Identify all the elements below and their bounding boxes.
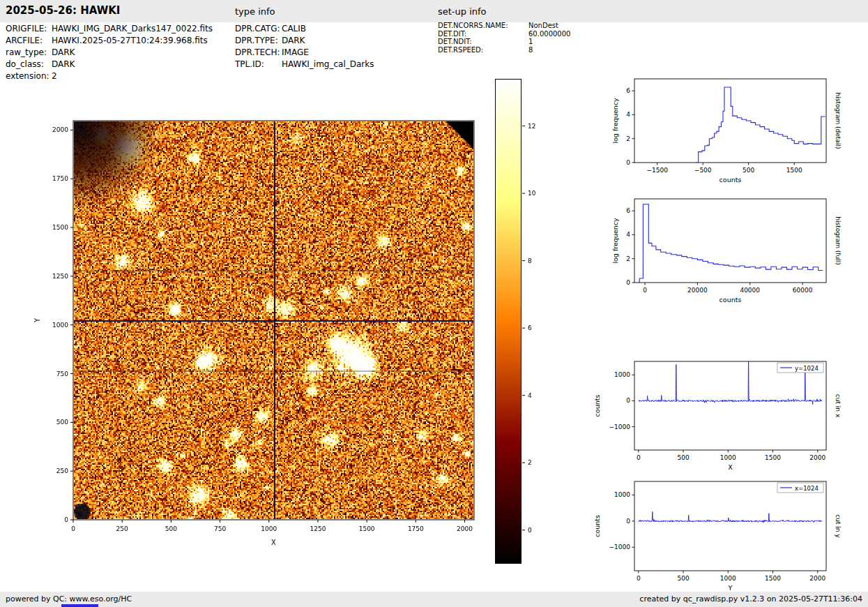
svg-text:0: 0 xyxy=(528,527,532,534)
meta-row: DPR.TYPE:DARK xyxy=(235,35,374,47)
svg-text:0: 0 xyxy=(71,525,75,532)
meta-row: DET.NCORRS.NAME:NonDest xyxy=(438,22,570,30)
meta-value: CALIB xyxy=(282,24,306,33)
meta-label: raw_type: xyxy=(6,47,52,59)
svg-text:250: 250 xyxy=(116,525,128,532)
file-info-block: ORIGFILE:HAWKI_IMG_DARK_Darks147_0022.fi… xyxy=(6,23,213,82)
svg-text:1250: 1250 xyxy=(52,273,68,280)
meta-row: DPR.CATG:CALIB xyxy=(235,23,374,35)
svg-text:counts: counts xyxy=(719,296,742,304)
svg-text:500: 500 xyxy=(743,167,754,174)
svg-text:2000: 2000 xyxy=(809,454,825,461)
header-bar: 2025-05-26: HAWKI type info set-up info xyxy=(0,0,868,22)
setup-info-block: DET.NCORRS.NAME:NonDestDET.DIT:60.000000… xyxy=(438,22,570,54)
histogram-detail-plot: −1500−50050015000246countslog frequencyh… xyxy=(579,68,858,194)
svg-text:1000: 1000 xyxy=(720,454,736,461)
meta-row: DET.RSPEED:8 xyxy=(438,46,570,54)
svg-text:1000: 1000 xyxy=(720,575,736,582)
meta-value: IMAGE xyxy=(282,47,309,57)
svg-text:2000: 2000 xyxy=(457,525,473,532)
svg-text:500: 500 xyxy=(165,525,177,532)
meta-value: DARK xyxy=(52,59,75,69)
svg-text:counts: counts xyxy=(719,176,742,183)
meta-value: 60.0000000 xyxy=(528,30,570,38)
meta-row: raw_type:DARK xyxy=(6,47,213,59)
meta-value: 8 xyxy=(528,46,533,54)
type-info-heading: type info xyxy=(235,6,275,17)
svg-text:1000: 1000 xyxy=(614,491,630,498)
setup-info-heading: set-up info xyxy=(438,6,487,17)
svg-text:750: 750 xyxy=(214,525,226,532)
svg-text:2: 2 xyxy=(626,255,630,262)
footer-right-text: created by qc_rawdisp.py v1.2.3 on 2025-… xyxy=(639,594,862,604)
svg-text:Y: Y xyxy=(33,317,41,323)
svg-text:750: 750 xyxy=(56,370,68,377)
meta-value: DARK xyxy=(282,36,305,45)
svg-text:2000: 2000 xyxy=(809,575,825,582)
svg-text:counts: counts xyxy=(593,395,601,417)
svg-text:log frequency: log frequency xyxy=(611,218,619,264)
meta-label: ORIGFILE: xyxy=(6,23,52,35)
svg-text:1250: 1250 xyxy=(310,525,326,532)
svg-text:histogram (detail): histogram (detail) xyxy=(835,93,842,149)
svg-text:4: 4 xyxy=(626,231,630,238)
meta-label: DPR.TECH: xyxy=(235,47,282,59)
svg-text:−1500: −1500 xyxy=(647,167,669,174)
svg-text:0: 0 xyxy=(626,518,630,525)
svg-text:1500: 1500 xyxy=(359,525,375,532)
meta-value: HAWKI.2025-05-27T10:24:39.968.fits xyxy=(52,36,208,45)
meta-label: TPL.ID: xyxy=(235,59,282,70)
svg-text:60000: 60000 xyxy=(793,287,813,294)
svg-text:log frequency: log frequency xyxy=(611,98,619,144)
svg-text:1500: 1500 xyxy=(765,575,781,582)
svg-text:1500: 1500 xyxy=(786,167,802,174)
svg-text:x=1024: x=1024 xyxy=(795,485,818,492)
svg-text:1750: 1750 xyxy=(408,525,424,532)
svg-text:0: 0 xyxy=(626,397,630,404)
svg-text:X: X xyxy=(728,463,733,471)
meta-label: ARCFILE: xyxy=(6,35,52,47)
meta-row: DET.DIT:60.0000000 xyxy=(438,30,570,38)
svg-text:−500: −500 xyxy=(694,167,712,174)
meta-label: extension: xyxy=(6,70,52,82)
svg-text:0: 0 xyxy=(626,279,630,286)
svg-text:500: 500 xyxy=(677,575,689,582)
svg-text:1000: 1000 xyxy=(52,322,68,329)
svg-text:10: 10 xyxy=(528,190,536,197)
meta-row: do_class:DARK xyxy=(6,59,213,70)
page-title: 2025-05-26: HAWKI xyxy=(6,4,120,17)
svg-text:500: 500 xyxy=(56,419,68,426)
svg-text:−1000: −1000 xyxy=(609,424,631,430)
meta-value: DARK xyxy=(52,47,75,57)
meta-label: DET.DIT: xyxy=(438,30,528,38)
svg-text:20000: 20000 xyxy=(687,287,708,294)
svg-text:4: 4 xyxy=(528,392,532,399)
svg-text:cut in x: cut in x xyxy=(835,394,842,418)
svg-text:0: 0 xyxy=(637,454,641,461)
svg-text:0: 0 xyxy=(64,516,68,523)
meta-row: DET.NDIT:1 xyxy=(438,38,570,46)
svg-text:cut in y: cut in y xyxy=(835,514,842,538)
meta-row: TPL.ID:HAWKI_img_cal_Darks xyxy=(235,59,374,70)
meta-label: DPR.TYPE: xyxy=(235,35,282,47)
meta-label: DET.RSPEED: xyxy=(438,46,528,54)
type-info-block: DPR.CATG:CALIBDPR.TYPE:DARKDPR.TECH:IMAG… xyxy=(235,23,374,70)
svg-text:X: X xyxy=(271,539,276,546)
svg-text:1500: 1500 xyxy=(52,224,68,231)
meta-value: HAWKI_img_cal_Darks xyxy=(282,59,374,69)
svg-text:−1000: −1000 xyxy=(609,544,631,550)
svg-text:2000: 2000 xyxy=(52,126,68,133)
svg-text:0: 0 xyxy=(637,575,641,582)
colorbar-axis: 024681012 xyxy=(521,70,570,572)
meta-label: do_class: xyxy=(6,59,52,70)
svg-text:500: 500 xyxy=(677,454,689,461)
raw-dark-frame-image xyxy=(74,121,473,519)
svg-text:y=1024: y=1024 xyxy=(795,365,818,372)
svg-text:histogram (full): histogram (full) xyxy=(835,216,842,264)
svg-text:250: 250 xyxy=(56,467,68,474)
svg-text:6: 6 xyxy=(528,324,532,331)
meta-value: HAWKI_IMG_DARK_Darks147_0022.fits xyxy=(52,24,213,33)
svg-text:4: 4 xyxy=(626,111,630,118)
svg-text:0: 0 xyxy=(626,159,630,166)
meta-label: DET.NCORRS.NAME: xyxy=(438,22,528,30)
